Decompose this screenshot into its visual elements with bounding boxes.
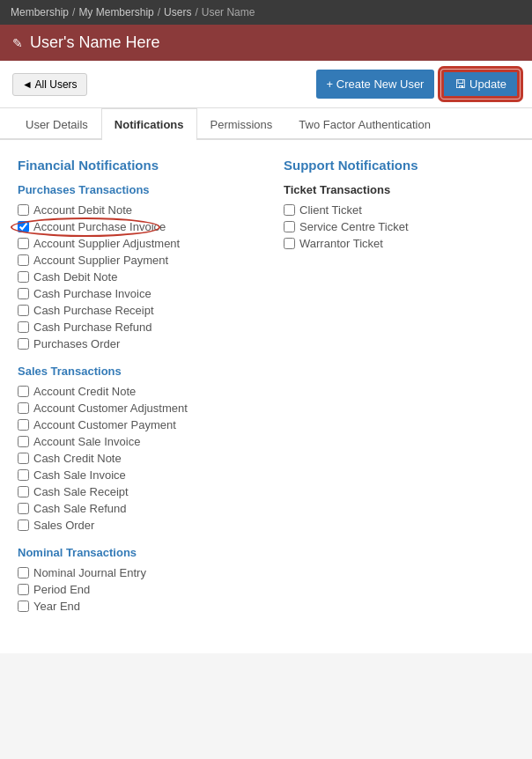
- cash-purchase-refund-checkbox[interactable]: [18, 321, 29, 333]
- list-item: Cash Sale Receipt: [18, 485, 248, 498]
- cash-purchase-refund-label[interactable]: Cash Purchase Refund: [33, 321, 151, 334]
- cash-credit-note-checkbox[interactable]: [18, 453, 29, 464]
- page-header: ✎ User's Name Here: [0, 25, 532, 61]
- list-item: Account Debit Note: [18, 203, 248, 217]
- cash-purchase-receipt-label[interactable]: Cash Purchase Receipt: [33, 304, 154, 317]
- list-item: Cash Debit Note: [18, 270, 248, 284]
- cash-sale-receipt-checkbox[interactable]: [18, 486, 29, 497]
- tab-notifications[interactable]: Notifications: [101, 108, 197, 140]
- account-supplier-payment-label[interactable]: Account Supplier Payment: [33, 254, 168, 267]
- two-col-layout: Financial Notifications Purchases Transa…: [18, 158, 514, 627]
- client-ticket-label[interactable]: Client Ticket: [299, 203, 362, 217]
- account-credit-note-checkbox[interactable]: [18, 386, 29, 397]
- financial-column: Financial Notifications Purchases Transa…: [18, 158, 248, 627]
- breadcrumb-current: User Name: [202, 6, 255, 18]
- page-title: User's Name Here: [30, 33, 159, 52]
- list-item: Year End: [18, 600, 248, 613]
- toolbar: ◄ All Users + Create New User 🖫 Update: [0, 61, 532, 108]
- cash-sale-refund-checkbox[interactable]: [18, 503, 29, 514]
- account-customer-payment-checkbox[interactable]: [18, 419, 29, 431]
- breadcrumb-my-membership[interactable]: My Membership: [78, 6, 153, 18]
- account-supplier-adjustment-label[interactable]: Account Supplier Adjustment: [33, 237, 180, 250]
- financial-title: Financial Notifications: [18, 158, 248, 173]
- ticket-list: Client Ticket Service Centre Ticket Warr…: [284, 203, 514, 250]
- list-item: Account Supplier Adjustment: [18, 237, 248, 250]
- create-new-user-button[interactable]: + Create New User: [316, 70, 435, 99]
- all-users-button[interactable]: ◄ All Users: [12, 73, 87, 96]
- list-item: Cash Sale Refund: [18, 502, 248, 515]
- support-title: Support Notifications: [284, 158, 514, 173]
- account-credit-note-label[interactable]: Account Credit Note: [33, 385, 136, 398]
- nominal-title: Nominal Transactions: [18, 546, 248, 559]
- list-item: Account Sale Invoice: [18, 435, 248, 448]
- sales-order-label[interactable]: Sales Order: [33, 519, 94, 532]
- tab-user-details[interactable]: User Details: [12, 108, 101, 140]
- account-customer-payment-label[interactable]: Account Customer Payment: [33, 418, 176, 431]
- sales-list: Account Credit Note Account Customer Adj…: [18, 385, 248, 532]
- warrantor-ticket-checkbox[interactable]: [284, 238, 295, 249]
- account-debit-note-label[interactable]: Account Debit Note: [33, 203, 132, 217]
- service-centre-ticket-checkbox[interactable]: [284, 221, 295, 232]
- support-column: Support Notifications Ticket Transaction…: [284, 158, 514, 627]
- list-item: Account Credit Note: [18, 385, 248, 398]
- list-item: Account Purchase Invoice: [18, 220, 248, 233]
- list-item: Account Customer Payment: [18, 418, 248, 431]
- list-item: Cash Purchase Receipt: [18, 304, 248, 317]
- period-end-checkbox[interactable]: [18, 584, 29, 595]
- account-supplier-adjustment-checkbox[interactable]: [18, 238, 29, 249]
- cash-purchase-invoice-label[interactable]: Cash Purchase Invoice: [33, 287, 151, 300]
- list-item: Service Centre Ticket: [284, 220, 514, 233]
- cash-sale-refund-label[interactable]: Cash Sale Refund: [33, 502, 127, 515]
- cash-sale-invoice-checkbox[interactable]: [18, 469, 29, 481]
- purchases-title: Purchases Transactions: [18, 183, 248, 196]
- list-item: Period End: [18, 583, 248, 596]
- year-end-checkbox[interactable]: [18, 601, 29, 612]
- list-item: Cash Credit Note: [18, 452, 248, 465]
- update-button[interactable]: 🖫 Update: [441, 70, 520, 99]
- account-debit-note-checkbox[interactable]: [18, 204, 29, 216]
- breadcrumb: Membership / My Membership / Users / Use…: [0, 0, 532, 25]
- purchases-order-checkbox[interactable]: [18, 338, 29, 350]
- account-purchase-invoice-checkbox[interactable]: [18, 221, 29, 232]
- period-end-label[interactable]: Period End: [33, 583, 90, 596]
- nominal-list: Nominal Journal Entry Period End Year En…: [18, 566, 248, 613]
- cash-credit-note-label[interactable]: Cash Credit Note: [33, 452, 122, 465]
- purchases-order-label[interactable]: Purchases Order: [33, 337, 120, 350]
- warrantor-ticket-label[interactable]: Warrantor Ticket: [299, 237, 383, 250]
- cash-sale-receipt-label[interactable]: Cash Sale Receipt: [33, 485, 129, 498]
- sales-order-checkbox[interactable]: [18, 520, 29, 531]
- account-sale-invoice-label[interactable]: Account Sale Invoice: [33, 435, 140, 448]
- account-supplier-payment-checkbox[interactable]: [18, 254, 29, 266]
- cash-debit-note-label[interactable]: Cash Debit Note: [33, 270, 117, 284]
- list-item: Account Supplier Payment: [18, 254, 248, 267]
- breadcrumb-users[interactable]: Users: [164, 6, 191, 18]
- breadcrumb-membership[interactable]: Membership: [11, 6, 69, 18]
- account-purchase-invoice-label[interactable]: Account Purchase Invoice: [33, 220, 166, 233]
- edit-icon: ✎: [12, 36, 23, 50]
- nominal-journal-entry-label[interactable]: Nominal Journal Entry: [33, 566, 146, 579]
- list-item: Purchases Order: [18, 337, 248, 350]
- nominal-journal-entry-checkbox[interactable]: [18, 567, 29, 578]
- cash-purchase-receipt-checkbox[interactable]: [18, 305, 29, 316]
- year-end-label[interactable]: Year End: [33, 600, 80, 613]
- list-item: Cash Sale Invoice: [18, 468, 248, 482]
- cash-purchase-invoice-checkbox[interactable]: [18, 288, 29, 299]
- tabs-bar: User Details Notifications Permissions T…: [0, 108, 532, 140]
- list-item: Sales Order: [18, 519, 248, 532]
- list-item: Warrantor Ticket: [284, 237, 514, 250]
- list-item: Client Ticket: [284, 203, 514, 217]
- account-sale-invoice-checkbox[interactable]: [18, 436, 29, 447]
- account-customer-adjustment-checkbox[interactable]: [18, 402, 29, 414]
- list-item: Cash Purchase Invoice: [18, 287, 248, 300]
- tab-two-factor[interactable]: Two Factor Authentication: [285, 108, 444, 140]
- client-ticket-checkbox[interactable]: [284, 204, 295, 216]
- cash-debit-note-checkbox[interactable]: [18, 271, 29, 283]
- list-item: Cash Purchase Refund: [18, 321, 248, 334]
- cash-sale-invoice-label[interactable]: Cash Sale Invoice: [33, 468, 126, 482]
- account-customer-adjustment-label[interactable]: Account Customer Adjustment: [33, 402, 188, 415]
- content-area: Financial Notifications Purchases Transa…: [0, 140, 532, 653]
- tab-permissions[interactable]: Permissions: [197, 108, 286, 140]
- service-centre-ticket-label[interactable]: Service Centre Ticket: [299, 220, 409, 233]
- list-item: Account Customer Adjustment: [18, 402, 248, 415]
- list-item: Nominal Journal Entry: [18, 566, 248, 579]
